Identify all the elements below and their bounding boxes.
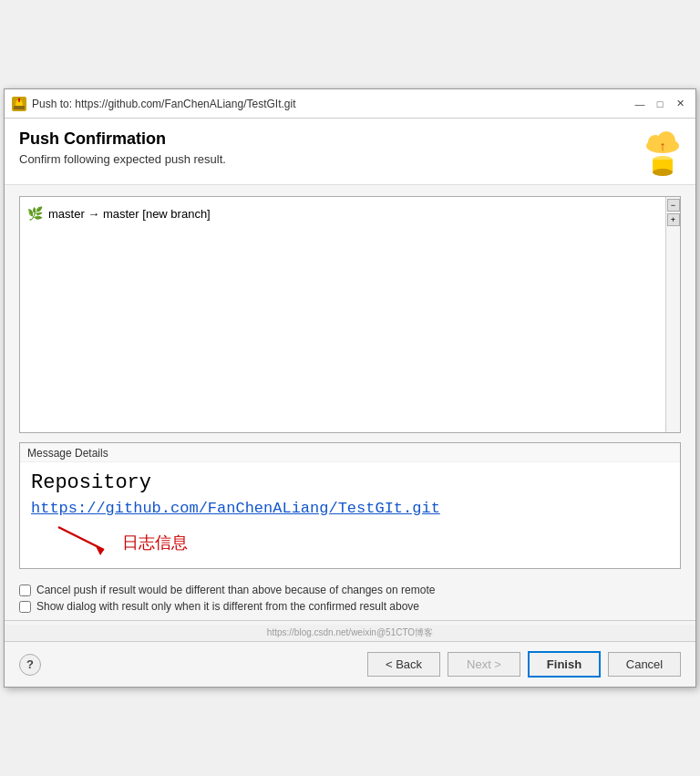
checkbox-row-1: Cancel push if result would be different…	[19, 584, 681, 596]
push-upload-icon: ↑	[644, 129, 681, 175]
message-details-content: Repository https://github.com/FanChenALi…	[20, 462, 680, 568]
checkbox-cancel-push-label: Cancel push if result would be different…	[36, 584, 435, 596]
checkbox-show-dialog-label: Show dialog with result only when it is …	[36, 600, 419, 613]
checkbox-row-2: Show dialog with result only when it is …	[19, 600, 681, 613]
watermark-bar: https://blog.csdn.net/weixin@51CTO博客	[5, 625, 695, 641]
annotation-text: 日志信息	[122, 532, 188, 554]
scroll-expand-btn[interactable]: +	[667, 213, 680, 226]
minimize-button[interactable]: —	[632, 96, 648, 112]
cylinder-svg	[651, 156, 674, 176]
header-text: Push Confirmation Confirm following expe…	[19, 129, 226, 166]
message-box-wrapper: https://github.com/FanChenALiang/TestGIt…	[31, 500, 669, 517]
window-title: Push to: https://github.com/FanChenALian…	[32, 98, 296, 110]
checkboxes-section: Cancel push if result would be different…	[5, 580, 695, 616]
scroll-collapse-btn[interactable]: −	[667, 199, 680, 212]
svg-text:↑: ↑	[660, 139, 666, 153]
svg-rect-1	[14, 106, 25, 109]
footer: ? < Back Next > Finish Cancel	[5, 641, 695, 687]
close-button[interactable]: ✕	[672, 96, 688, 112]
content-area: 🌿 master → master [new branch] − + Messa…	[5, 185, 695, 580]
branch-panel: 🌿 master → master [new branch] − +	[19, 196, 681, 433]
page-title: Push Confirmation	[19, 129, 226, 149]
help-button[interactable]: ?	[19, 654, 41, 676]
title-bar-left: Push to: https://github.com/FanChenALian…	[12, 97, 296, 111]
footer-right: < Back Next > Finish Cancel	[367, 651, 681, 678]
message-details-label: Message Details	[20, 443, 680, 462]
branch-list: 🌿 master → master [new branch]	[20, 197, 665, 432]
repo-link[interactable]: https://github.com/FanChenALiang/TestGIt…	[31, 500, 440, 517]
scrollbar: − +	[665, 197, 680, 432]
cloud-svg: ↑	[644, 129, 681, 153]
footer-left: ?	[19, 654, 41, 676]
checkbox-cancel-push[interactable]	[19, 585, 31, 596]
repo-title: Repository	[31, 471, 669, 494]
checkbox-show-dialog[interactable]	[19, 601, 31, 613]
branch-icon: 🌿	[27, 206, 43, 221]
back-button[interactable]: < Back	[367, 652, 440, 677]
title-bar-controls: — □ ✕	[632, 96, 688, 112]
title-bar: Push to: https://github.com/FanChenALian…	[5, 89, 695, 119]
cancel-button[interactable]: Cancel	[608, 652, 681, 677]
page-subtitle: Confirm following expected push result.	[19, 152, 226, 166]
finish-button[interactable]: Finish	[528, 651, 601, 678]
svg-point-10	[653, 169, 673, 176]
message-details-section: Message Details Repository https://githu…	[19, 442, 681, 569]
window-icon	[12, 97, 26, 111]
main-window: Push to: https://github.com/FanChenALian…	[4, 88, 696, 688]
branch-item: 🌿 master → master [new branch]	[27, 204, 658, 222]
next-button[interactable]: Next >	[448, 652, 520, 677]
maximize-button[interactable]: □	[652, 96, 668, 112]
divider	[5, 620, 695, 621]
watermark-text: https://blog.csdn.net/weixin@51CTO博客	[267, 627, 433, 637]
branch-text: master → master [new branch]	[48, 207, 211, 221]
svg-marker-12	[95, 544, 104, 555]
header-section: Push Confirmation Confirm following expe…	[5, 119, 695, 185]
